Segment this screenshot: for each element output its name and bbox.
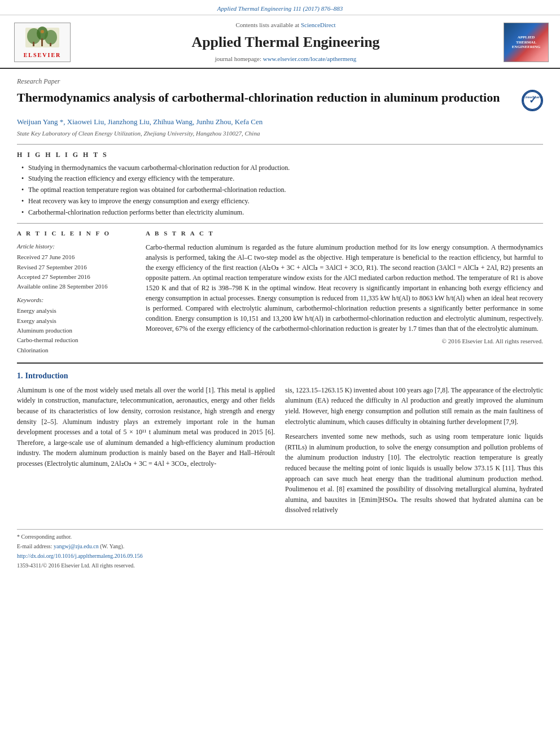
authors-text: Weijuan Yang *, Xiaowei Liu, Jianzhong L… [17, 117, 262, 126]
divider-1 [17, 144, 543, 145]
homepage-url[interactable]: www.elsevier.com/locate/apthermeng [263, 55, 356, 62]
highlights-section: H I G H L I G H T S Studying in thermody… [17, 150, 543, 217]
paper-type: Research Paper [17, 77, 543, 86]
article-history-label: Article history: [17, 242, 135, 251]
intro-left-col: Aluminum is one of the most widely used … [17, 385, 275, 520]
highlight-item-5: Carbothermal-chlorination reduction perf… [21, 208, 543, 217]
journal-reference: Applied Thermal Engineering 111 (2017) 8… [217, 5, 343, 12]
keyword-3: Aluminum production [17, 326, 135, 335]
paper-title: Thermodynamics analysis of carbothermal-… [17, 90, 515, 106]
journal-thumb-box: APPLIED THERMAL ENGINEERING [504, 23, 549, 62]
highlight-item-1: Studying in thermodynamics the vacuum ca… [21, 163, 543, 173]
email-address: E-mail address: yangwj@zju.edu.cn (W. Ya… [17, 543, 543, 551]
contents-label: Contents lists available at [235, 21, 299, 28]
svg-rect-5 [41, 38, 43, 46]
intro-left-para1: Aluminum is one of the most widely used … [17, 385, 275, 469]
abstract-column: A B S T R A C T Carbo-thermal reduction … [146, 229, 543, 356]
svg-rect-4 [33, 42, 34, 46]
abstract-text: Carbo-thermal reduction aluminum is rega… [146, 242, 543, 334]
revised-date: Revised 27 September 2016 [17, 263, 135, 272]
keyword-1: Energy analysis [17, 307, 135, 315]
sciencedirect-link[interactable]: ScienceDirect [301, 21, 336, 28]
article-info-column: A R T I C L E I N F O Article history: R… [17, 229, 135, 356]
header-center: Contents lists available at ScienceDirec… [73, 21, 498, 63]
online-date: Available online 28 September 2016 [17, 282, 135, 291]
intro-number: 1. [17, 370, 23, 382]
issn-line: 1359-4311/© 2016 Elsevier Ltd. All right… [17, 562, 543, 570]
email-name: (W. Yang). [100, 543, 124, 549]
journal-header: ELSEVIER Contents lists available at Sci… [0, 15, 560, 69]
svg-point-3 [45, 30, 57, 45]
journal-header-bar: Applied Thermal Engineering 111 (2017) 8… [0, 0, 560, 15]
main-content: Research Paper Thermodynamics analysis o… [0, 69, 560, 583]
divider-2 [17, 223, 543, 224]
elsevier-tree-svg [23, 25, 62, 50]
accepted-date: Accepted 27 September 2016 [17, 273, 135, 281]
keyword-4: Carbo-thermal reduction [17, 336, 135, 344]
svg-rect-6 [50, 43, 51, 46]
intro-right-para2: Researchers invented some new methods, s… [285, 431, 543, 516]
paper-title-row: Thermodynamics analysis of carbothermal-… [17, 90, 543, 111]
highlight-item-2: Studying the reaction efficiency and exe… [21, 174, 543, 184]
journal-title: Applied Thermal Engineering [73, 32, 498, 53]
elsevier-logo: ELSEVIER [11, 23, 73, 62]
crossmark-container: CrossMark ✓ [515, 90, 543, 111]
elsevier-wordmark: ELSEVIER [24, 51, 62, 59]
crossmark-icon: CrossMark ✓ [522, 90, 543, 111]
divider-thick [17, 362, 543, 364]
journal-thumbnail: APPLIED THERMAL ENGINEERING [498, 23, 549, 62]
footnotes: * Corresponding author. E-mail address: … [17, 529, 543, 570]
highlight-item-4: Heat recovery was key to improve the ene… [21, 196, 543, 206]
introduction-section: 1. Introduction Aluminum is one of the m… [17, 370, 543, 520]
svg-point-7 [41, 30, 44, 33]
thumb-title: APPLIED THERMAL ENGINEERING [512, 35, 541, 49]
email-link[interactable]: yangwj@zju.edu.cn [54, 543, 99, 549]
intro-heading: 1. Introduction [17, 370, 543, 382]
received-date: Received 27 June 2016 [17, 253, 135, 261]
sciencedirect-line: Contents lists available at ScienceDirec… [73, 21, 498, 29]
intro-title: Introduction [25, 370, 68, 382]
keywords-label: Keywords: [17, 296, 135, 304]
keyword-5: Chlorination [17, 346, 135, 355]
elsevier-logo-box: ELSEVIER [14, 23, 71, 62]
highlights-list: Studying in thermodynamics the vacuum ca… [17, 163, 543, 217]
crossmark-svg: CrossMark ✓ [523, 91, 542, 110]
keyword-2: Exergy analysis [17, 317, 135, 325]
highlights-title: H I G H L I G H T S [17, 150, 543, 160]
article-info-abstract-row: A R T I C L E I N F O Article history: R… [17, 229, 543, 356]
authors: Weijuan Yang *, Xiaowei Liu, Jianzhong L… [17, 117, 543, 127]
intro-right-para1: sis, 1223.15–1263.15 K) invented about 1… [285, 385, 543, 427]
homepage-label: journal homepage: [215, 55, 261, 62]
doi-link: http://dx.doi.org/10.1016/j.applthermale… [17, 552, 543, 560]
affiliation: State Key Laboratory of Clean Energy Uti… [17, 129, 543, 138]
svg-text:✓: ✓ [529, 95, 536, 105]
abstract-title: A B S T R A C T [146, 229, 543, 238]
copyright-line: © 2016 Elsevier Ltd. All rights reserved… [146, 337, 543, 346]
corresponding-author: * Corresponding author. [17, 533, 543, 541]
article-info-title: A R T I C L E I N F O [17, 229, 135, 238]
journal-homepage: journal homepage: www.elsevier.com/locat… [73, 55, 498, 63]
doi-url[interactable]: http://dx.doi.org/10.1016/j.applthermale… [17, 553, 143, 559]
intro-body: Aluminum is one of the most widely used … [17, 385, 543, 520]
email-label: E-mail address: [17, 543, 54, 549]
highlight-item-3: The optimal reaction temperature region … [21, 185, 543, 195]
intro-right-col: sis, 1223.15–1263.15 K) invented about 1… [285, 385, 543, 520]
